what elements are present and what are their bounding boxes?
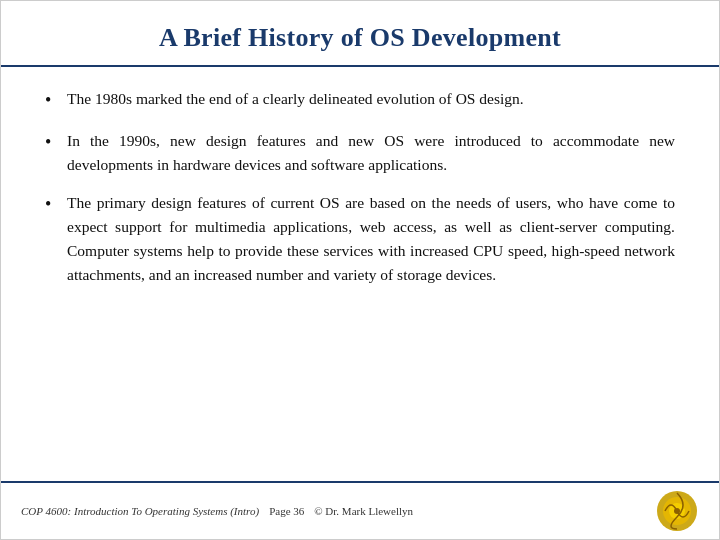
slide: A Brief History of OS Development • The … <box>0 0 720 540</box>
footer-course: COP 4600: Introduction To Operating Syst… <box>21 505 259 517</box>
bullet-dot: • <box>45 87 67 115</box>
slide-body: • The 1980s marked the end of a clearly … <box>1 67 719 481</box>
slide-header: A Brief History of OS Development <box>1 1 719 67</box>
list-item: • The primary design features of current… <box>45 191 675 287</box>
list-item: • In the 1990s, new design features and … <box>45 129 675 177</box>
footer-page: Page 36 <box>269 505 304 517</box>
bullet-dot: • <box>45 129 67 157</box>
footer-logo <box>655 489 699 533</box>
footer-author: © Dr. Mark Llewellyn <box>314 505 413 517</box>
bullet-text-2: In the 1990s, new design features and ne… <box>67 129 675 177</box>
list-item: • The 1980s marked the end of a clearly … <box>45 87 675 115</box>
bullet-text-3: The primary design features of current O… <box>67 191 675 287</box>
footer-area: COP 4600: Introduction To Operating Syst… <box>21 505 413 517</box>
slide-title: A Brief History of OS Development <box>159 23 561 52</box>
slide-footer: COP 4600: Introduction To Operating Syst… <box>1 481 719 539</box>
bullet-text-1: The 1980s marked the end of a clearly de… <box>67 87 675 111</box>
bullet-dot: • <box>45 191 67 219</box>
svg-point-3 <box>674 508 680 514</box>
bullet-list: • The 1980s marked the end of a clearly … <box>45 87 675 287</box>
